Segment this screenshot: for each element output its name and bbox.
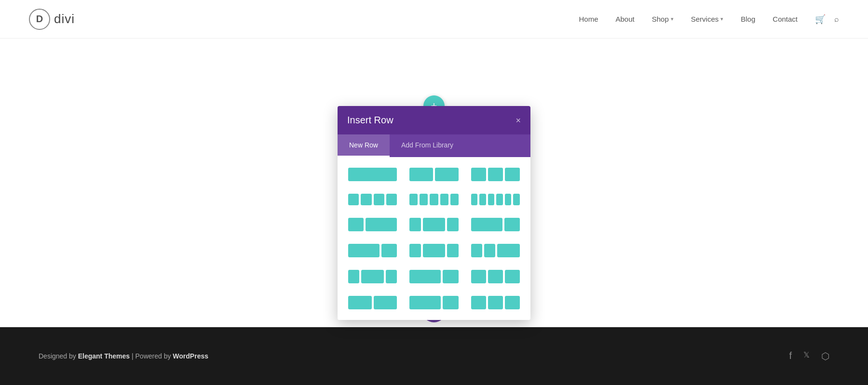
cart-icon[interactable]: 🛒: [815, 14, 826, 25]
main-nav: Home About Shop ▾ Services ▾ Blog Contac…: [579, 14, 839, 25]
layout-mixed-1[interactable]: [407, 241, 461, 260]
layout-grid: [345, 165, 523, 320]
layout-2-1-cols[interactable]: [468, 215, 523, 234]
page-body: + Insert Row × New Row Add From Library: [0, 39, 868, 385]
footer-text: Designed by Elegant Themes | Powered by …: [39, 352, 208, 360]
layout-partial-1[interactable]: [345, 293, 400, 312]
nav-item-home[interactable]: Home: [579, 15, 598, 23]
layout-mixed-2[interactable]: [345, 267, 400, 286]
insert-row-modal: Insert Row × New Row Add From Library: [338, 106, 530, 320]
layout-4col[interactable]: [345, 191, 400, 208]
logo-name: divi: [54, 12, 75, 27]
nav-item-contact[interactable]: Contact: [773, 15, 798, 23]
modal-title: Insert Row: [347, 115, 393, 126]
layout-2-1-alt[interactable]: [345, 241, 400, 260]
modal-header: Insert Row ×: [338, 106, 530, 134]
modal-close-button[interactable]: ×: [515, 116, 521, 125]
modal-content[interactable]: [338, 157, 530, 320]
nav-item-shop[interactable]: Shop ▾: [652, 15, 674, 23]
layout-partial-2[interactable]: [407, 293, 461, 312]
layout-mixed-4[interactable]: [468, 267, 523, 286]
footer-bar: Designed by Elegant Themes | Powered by …: [0, 327, 868, 385]
nav-icons: 🛒 ⌕: [815, 14, 839, 25]
layout-1-2-1-cols[interactable]: [407, 215, 461, 234]
nav-item-services[interactable]: Services ▾: [691, 15, 724, 23]
footer-wp: WordPress: [173, 352, 208, 360]
layout-6col[interactable]: [468, 191, 523, 208]
modal-tabs: New Row Add From Library: [338, 134, 530, 157]
layout-3col-equal[interactable]: [468, 165, 523, 184]
services-chevron-icon: ▾: [720, 16, 723, 22]
layout-1-1-2-cols[interactable]: [468, 241, 523, 260]
instagram-icon[interactable]: ⬡: [821, 350, 829, 362]
facebook-icon[interactable]: f: [789, 350, 792, 362]
shop-chevron-icon: ▾: [671, 16, 674, 22]
site-header: D divi Home About Shop ▾ Services ▾ Blog…: [0, 0, 868, 39]
nav-item-about[interactable]: About: [615, 15, 634, 23]
layout-partial-3[interactable]: [468, 293, 523, 312]
layout-5col[interactable]: [407, 191, 461, 208]
layout-1col[interactable]: [345, 165, 400, 184]
layout-1-2-cols[interactable]: [345, 215, 400, 234]
footer-social: f 𝕏 ⬡: [789, 350, 829, 362]
logo-circle: D: [29, 9, 50, 30]
layout-2col-equal[interactable]: [407, 165, 461, 184]
twitter-icon[interactable]: 𝕏: [803, 350, 810, 362]
search-icon[interactable]: ⌕: [834, 15, 839, 24]
tab-add-from-library[interactable]: Add From Library: [390, 134, 465, 157]
footer-brand: Elegant Themes: [78, 352, 130, 360]
nav-item-blog[interactable]: Blog: [741, 15, 755, 23]
layout-mixed-3[interactable]: [407, 267, 461, 286]
tab-new-row[interactable]: New Row: [338, 134, 390, 157]
logo[interactable]: D divi: [29, 9, 75, 30]
